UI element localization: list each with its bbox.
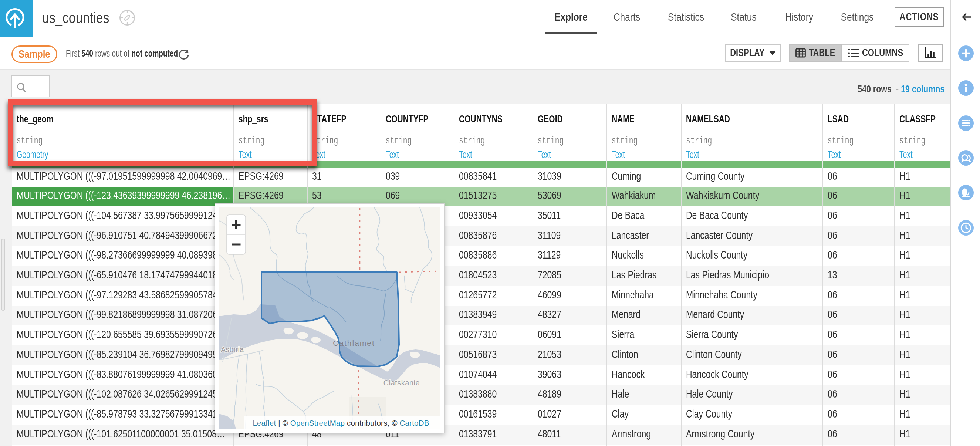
svg-text:Cathlamet: Cathlamet (333, 339, 375, 347)
svg-text:Clatskanie: Clatskanie (383, 379, 420, 387)
svg-text:Leaflet | © OpenStreetMap cont: Leaflet | © OpenStreetMap contributors, … (253, 419, 429, 427)
svg-text:Astoria: Astoria (221, 346, 244, 354)
